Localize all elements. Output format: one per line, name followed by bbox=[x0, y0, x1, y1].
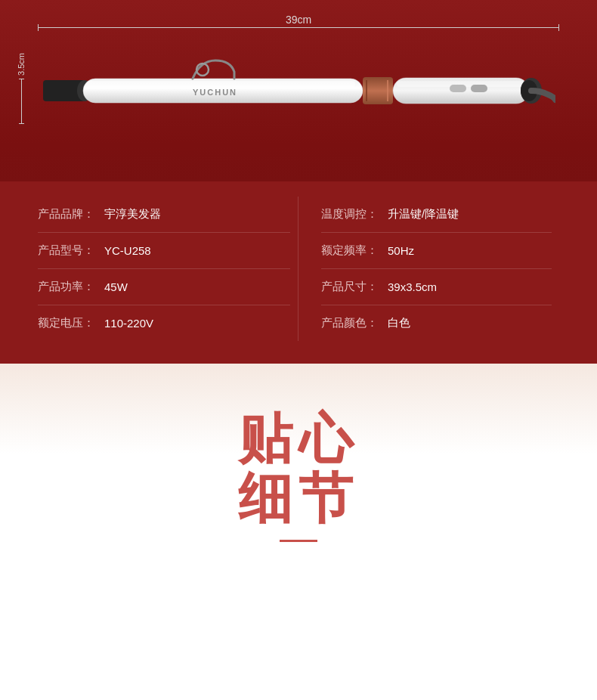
width-label: 39cm bbox=[286, 14, 311, 26]
feature-title: 贴心 细节 bbox=[238, 409, 359, 528]
spec-value-temp: 升温键/降温键 bbox=[388, 207, 459, 221]
specs-grid: 产品品牌： 宇淳美发器 产品型号： YC-U258 产品功率： 45W 额定电压… bbox=[38, 197, 559, 341]
product-image: YUCHUN bbox=[23, 30, 574, 151]
spec-label-voltage: 额定电压： bbox=[38, 316, 98, 330]
spec-row-color: 产品颜色： 白色 bbox=[321, 305, 552, 341]
spec-value-power: 45W bbox=[104, 280, 128, 293]
spec-value-color: 白色 bbox=[388, 316, 410, 330]
feature-title-underline bbox=[280, 540, 317, 542]
spec-row-brand: 产品品牌： 宇淳美发器 bbox=[38, 197, 290, 233]
specs-col-left: 产品品牌： 宇淳美发器 产品型号： YC-U258 产品功率： 45W 额定电压… bbox=[38, 197, 298, 341]
specs-section: 产品品牌： 宇淳美发器 产品型号： YC-U258 产品功率： 45W 额定电压… bbox=[0, 181, 597, 364]
spec-label-temp: 温度调控： bbox=[321, 207, 382, 221]
spec-label-model: 产品型号： bbox=[38, 243, 98, 258]
spec-value-freq: 50Hz bbox=[388, 244, 414, 257]
spec-value-size: 39x3.5cm bbox=[388, 280, 437, 293]
spec-value-brand: 宇淳美发器 bbox=[104, 207, 161, 221]
specs-col-right: 温度调控： 升温键/降温键 额定频率： 50Hz 产品尺寸： 39x3.5cm … bbox=[298, 197, 559, 341]
bottom-section: 贴心 细节 bbox=[0, 364, 597, 666]
spec-label-freq: 额定频率： bbox=[321, 243, 382, 258]
svg-text:YUCHUN: YUCHUN bbox=[193, 88, 237, 97]
spec-row-temp: 温度调控： 升温键/降温键 bbox=[321, 197, 552, 233]
spec-row-model: 产品型号： YC-U258 bbox=[38, 233, 290, 269]
spec-label-color: 产品颜色： bbox=[321, 316, 382, 330]
svg-rect-12 bbox=[450, 85, 466, 92]
feature-title-line1: 贴心 bbox=[238, 409, 359, 469]
spec-label-brand: 产品品牌： bbox=[38, 207, 98, 221]
spec-row-power: 产品功率： 45W bbox=[38, 269, 290, 305]
spec-value-voltage: 110-220V bbox=[104, 317, 153, 330]
top-section: 39cm 3.5cm bbox=[0, 0, 597, 364]
svg-rect-13 bbox=[471, 85, 487, 92]
svg-rect-7 bbox=[363, 77, 393, 104]
spec-row-voltage: 额定电压： 110-220V bbox=[38, 305, 290, 341]
spec-row-freq: 额定频率： 50Hz bbox=[321, 233, 552, 269]
product-image-area: 39cm 3.5cm bbox=[0, 0, 597, 181]
svg-rect-4 bbox=[87, 81, 355, 87]
width-line bbox=[38, 27, 559, 28]
spec-row-size: 产品尺寸： 39x3.5cm bbox=[321, 269, 552, 305]
feature-title-line2: 细节 bbox=[238, 469, 359, 528]
spec-label-power: 产品功率： bbox=[38, 280, 98, 294]
height-line bbox=[21, 79, 22, 124]
spec-label-size: 产品尺寸： bbox=[321, 280, 382, 294]
dimension-width: 39cm bbox=[38, 14, 559, 28]
spec-value-model: YC-U258 bbox=[104, 244, 151, 257]
